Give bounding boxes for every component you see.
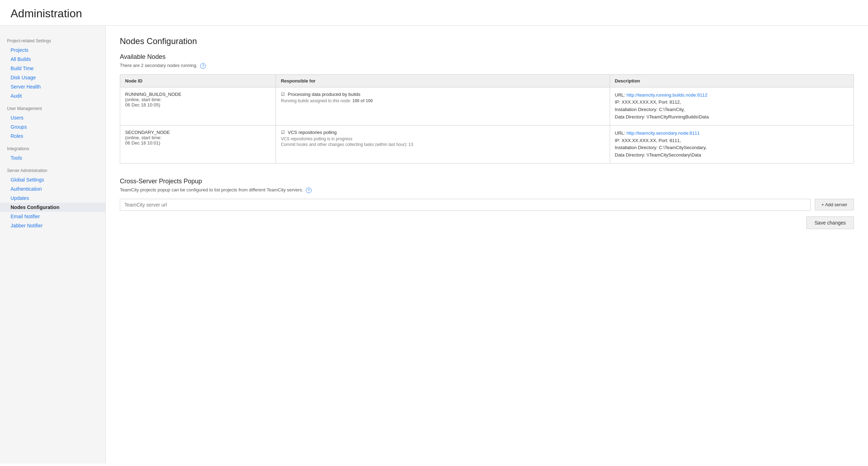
cross-server-section: Cross-Server Projects Popup TeamCity pro…: [120, 178, 854, 229]
responsible-sub-2a: VCS repositories polling is in progress: [281, 136, 605, 141]
cross-server-title: Cross-Server Projects Popup: [120, 178, 854, 185]
sidebar: Project-related Settings Projects All Bu…: [0, 26, 106, 464]
sidebar-section-user-mgmt: User Management: [0, 100, 105, 113]
main-content: Nodes Configuration Available Nodes Ther…: [106, 26, 868, 464]
col-header-node-id: Node ID: [120, 74, 276, 87]
node-meta-2a: (online, start time:: [125, 135, 271, 140]
check-icon-2: ☑: [281, 130, 285, 135]
sidebar-item-jabber-notifier[interactable]: Jabber Notifier: [0, 221, 105, 230]
layout: Project-related Settings Projects All Bu…: [0, 26, 868, 464]
sidebar-section-server-admin: Server Administration: [0, 163, 105, 175]
desc-url-link-1[interactable]: http://teamcity.running.builds.node:8112: [627, 92, 708, 98]
table-row: RUNNING_BUILDS_NODE (online, start time:…: [120, 87, 854, 125]
nodes-table: Node ID Responsible for Description RUNN…: [120, 74, 854, 164]
col-header-description: Description: [610, 74, 854, 87]
available-nodes-title: Available Nodes: [120, 53, 854, 61]
sidebar-item-roles[interactable]: Roles: [0, 131, 105, 141]
page-header: Administration: [0, 0, 868, 26]
sidebar-item-tools[interactable]: Tools: [0, 153, 105, 163]
desc-cell-1: URL: http://teamcity.running.builds.node…: [610, 87, 854, 125]
main-title: Nodes Configuration: [120, 36, 854, 46]
responsible-main-1: ☑ Processing data produced by builds: [281, 92, 605, 97]
save-row: Save changes: [120, 216, 854, 229]
table-row: SECONDARY_NODE (online, start time: 06 D…: [120, 125, 854, 163]
node-meta-2b: 06 Dec 18 10:01): [125, 140, 271, 146]
node-id-2: SECONDARY_NODE: [125, 130, 271, 135]
sidebar-section-integrations: Integrations: [0, 141, 105, 153]
sidebar-item-server-health[interactable]: Server Health: [0, 82, 105, 91]
cross-server-description: TeamCity projects popup can be configure…: [120, 187, 854, 193]
sidebar-item-audit[interactable]: Audit: [0, 91, 105, 100]
available-nodes-help-icon[interactable]: ?: [200, 63, 206, 69]
desc-cell-2: URL: http://teamcity.secondary.node:8111…: [610, 125, 854, 163]
page-title: Administration: [11, 7, 857, 20]
node-id-cell-1: RUNNING_BUILDS_NODE (online, start time:…: [120, 87, 276, 125]
node-meta-1a: (online, start time:: [125, 97, 271, 102]
responsible-cell-1: ☑ Processing data produced by builds Run…: [276, 87, 610, 125]
sidebar-item-projects[interactable]: Projects: [0, 45, 105, 55]
sidebar-item-authentication[interactable]: Authentication: [0, 184, 105, 194]
sidebar-section-project: Project-related Settings: [0, 33, 105, 45]
node-meta-1b: 06 Dec 18 10:05): [125, 102, 271, 108]
sidebar-item-disk-usage[interactable]: Disk Usage: [0, 73, 105, 82]
sidebar-item-users[interactable]: Users: [0, 113, 105, 122]
sidebar-item-build-time[interactable]: Build Time: [0, 64, 105, 73]
check-icon-1: ☑: [281, 92, 285, 97]
desc-text-1: URL: http://teamcity.running.builds.node…: [615, 92, 849, 121]
input-row: + Add server: [120, 199, 854, 211]
available-nodes-section: Available Nodes There are 2 secondary no…: [120, 53, 854, 164]
sidebar-item-groups[interactable]: Groups: [0, 122, 105, 131]
add-server-button[interactable]: + Add server: [815, 199, 854, 210]
desc-text-2: URL: http://teamcity.secondary.node:8111…: [615, 130, 849, 159]
server-url-input[interactable]: [120, 199, 811, 211]
sidebar-item-updates[interactable]: Updates: [0, 194, 105, 203]
responsible-sub-2b: Commit hooks and other changes collectin…: [281, 142, 605, 147]
sidebar-item-email-notifier[interactable]: Email Notifier: [0, 212, 105, 221]
desc-url-link-2[interactable]: http://teamcity.secondary.node:8111: [627, 130, 700, 136]
node-id-1: RUNNING_BUILDS_NODE: [125, 92, 271, 97]
responsible-sub-1a: Running builds assigned to this node: 10…: [281, 98, 605, 103]
sidebar-item-nodes-configuration[interactable]: Nodes Configuration: [0, 203, 105, 212]
sidebar-item-global-settings[interactable]: Global Settings: [0, 175, 105, 184]
sidebar-item-all-builds[interactable]: All Builds: [0, 55, 105, 64]
responsible-cell-2: ☑ VCS repositories polling VCS repositor…: [276, 125, 610, 163]
cross-server-help-icon[interactable]: ?: [306, 188, 312, 193]
col-header-responsible: Responsible for: [276, 74, 610, 87]
responsible-bold-1: 100 of 100: [352, 98, 373, 103]
node-id-cell-2: SECONDARY_NODE (online, start time: 06 D…: [120, 125, 276, 163]
available-nodes-description: There are 2 secondary nodes running. ?: [120, 63, 854, 69]
save-changes-button[interactable]: Save changes: [806, 216, 854, 229]
responsible-main-2: ☑ VCS repositories polling: [281, 130, 605, 135]
